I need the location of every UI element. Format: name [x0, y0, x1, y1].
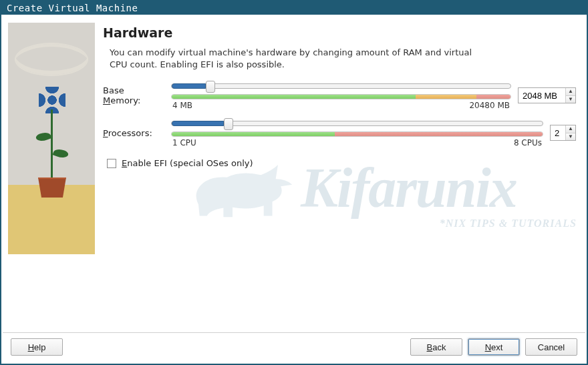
memory-input[interactable]: [519, 88, 565, 103]
processors-gauge: [171, 131, 543, 137]
processors-spinbox[interactable]: ▲ ▼: [550, 125, 576, 141]
memory-gauge: [171, 94, 511, 99]
memory-label: Base Memory:: [103, 85, 164, 105]
processors-slider[interactable]: [171, 121, 543, 126]
memory-slider-thumb[interactable]: [206, 81, 215, 93]
processors-scale: 1 CPU 8 CPUs: [172, 138, 542, 147]
processors-step-up[interactable]: ▲: [566, 125, 575, 133]
processors-slider-thumb[interactable]: [224, 118, 233, 130]
memory-step-up[interactable]: ▲: [566, 88, 575, 96]
next-button[interactable]: Next: [468, 338, 520, 356]
processors-step-down[interactable]: ▼: [566, 133, 575, 141]
back-button[interactable]: Back: [410, 338, 462, 356]
cancel-button[interactable]: Cancel: [525, 338, 577, 356]
processors-label: Processors:: [103, 128, 164, 138]
memory-scale: 4 MB 20480 MB: [172, 101, 510, 110]
processors-input[interactable]: [551, 125, 565, 140]
sidebar-illustration: [8, 23, 95, 254]
enable-efi-label: Enable EFI (special OSes only): [122, 158, 253, 168]
enable-efi-checkbox[interactable]: [107, 159, 116, 168]
help-button[interactable]: Help: [11, 338, 63, 356]
window-title: Create Virtual Machine: [1, 1, 587, 15]
memory-slider[interactable]: [171, 83, 511, 89]
page-description: You can modify virtual machine's hardwar…: [110, 47, 484, 70]
page-title: Hardware: [103, 25, 576, 40]
memory-step-down[interactable]: ▼: [566, 96, 575, 103]
memory-spinbox[interactable]: ▲ ▼: [518, 87, 576, 103]
